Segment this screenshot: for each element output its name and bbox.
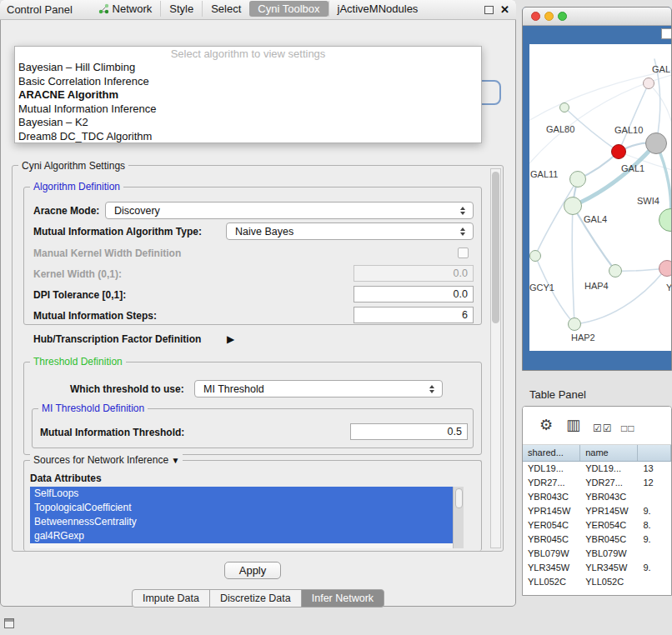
dropdown-item[interactable]: Dream8 DC_TDC Algorithm — [15, 130, 481, 144]
column-header-value[interactable] — [638, 445, 671, 461]
columns-icon[interactable]: ▥ — [566, 417, 580, 433]
attribute-item-selected[interactable]: TopologicalCoefficient — [30, 501, 453, 515]
tab-jactivemnodules[interactable]: jActiveMNodules — [328, 1, 427, 17]
cell-shared: YBR043C — [523, 490, 580, 504]
network-node-hap4[interactable] — [609, 264, 622, 278]
table-row[interactable]: YPR145W YPR145W 9. — [523, 504, 671, 518]
kernel-width-value: 0.0 — [454, 268, 468, 279]
column-header-shared[interactable]: shared... — [523, 445, 580, 461]
tab-network[interactable]: Network — [90, 1, 161, 17]
table-row[interactable]: YDR27... YDR27... 12 — [523, 476, 671, 490]
dropdown-item[interactable]: Bayesian – Hill Climbing — [15, 61, 481, 75]
network-node-gal4[interactable] — [564, 197, 582, 215]
dpi-tolerance-field[interactable]: 0.0 — [354, 286, 474, 302]
cell-shared: YBL079W — [523, 547, 580, 561]
table-panel-title: Table Panel — [529, 388, 586, 401]
tab-infer-network[interactable]: Infer Network — [301, 589, 384, 608]
table-row[interactable]: YDL19... YDL19... 13 — [523, 462, 671, 476]
network-node-gal10[interactable] — [611, 144, 626, 159]
kernel-width-field[interactable]: 0.0 — [354, 265, 474, 282]
apply-button[interactable]: Apply — [224, 562, 281, 579]
dropdown-item-selected[interactable]: ARACNE Algorithm — [15, 88, 481, 102]
control-panel-tab-bar: Network Style Select Cyni Toolbox jActiv… — [0, 0, 516, 18]
kernel-width-label: Kernel Width (0,1): — [33, 268, 122, 280]
dropdown-item[interactable]: Basic Correlation Inference — [15, 75, 481, 89]
combo-arrows-icon — [457, 207, 469, 215]
mi-steps-label: Mutual Information Steps: — [33, 310, 157, 322]
close-traffic-light[interactable] — [531, 12, 540, 21]
cell-value: 8. — [638, 518, 671, 532]
select-all-rows-icon[interactable]: ☑☑ — [593, 420, 613, 437]
mi-threshold-field[interactable]: 0.5 — [350, 423, 468, 440]
column-header-name[interactable]: name — [580, 445, 638, 461]
cell-name: YLL052C — [580, 575, 638, 589]
table-panel-window: ⚙ ▥ ☑☑ □□ shared... name YDL19... YDL19.… — [522, 406, 672, 596]
network-node[interactable] — [643, 78, 654, 89]
mi-threshold-label: Mutual Information Threshold: — [40, 427, 184, 438]
network-icon — [98, 3, 109, 14]
mi-type-label: Mutual Information Algorithm Type: — [33, 226, 202, 238]
collapse-down-icon[interactable]: ▼ — [171, 456, 179, 465]
tab-discretize-data[interactable]: Discretize Data — [209, 589, 302, 608]
manual-kernel-checkbox[interactable] — [458, 248, 469, 258]
cell-shared: YBR045C — [523, 532, 580, 547]
tab-select[interactable]: Select — [202, 1, 249, 17]
table-row[interactable]: YLR345W YLR345W 9. — [523, 561, 671, 575]
attribute-list-scrollbar[interactable] — [453, 487, 464, 548]
tab-select-label: Select — [211, 2, 241, 15]
settings-scrollbar-thumb[interactable] — [492, 172, 499, 323]
table-row[interactable]: YBR045C YBR045C 9. — [523, 532, 671, 547]
which-threshold-combo[interactable]: MI Threshold — [194, 380, 443, 398]
dropdown-item[interactable]: Mutual Information Inference — [15, 102, 481, 117]
gear-icon[interactable]: ⚙ — [539, 417, 553, 433]
table-row[interactable]: YBL079W YBL079W — [523, 547, 671, 561]
cell-name: YER054C — [580, 518, 638, 532]
attribute-item-selected[interactable]: SelfLoops — [30, 487, 453, 501]
network-canvas[interactable]: GAL GAL80 GAL10 GAL11 GAL1 SWI4 GAL4 GCY… — [529, 44, 672, 351]
tab-cyni-toolbox[interactable]: Cyni Toolbox — [249, 1, 328, 17]
tab-impute-data[interactable]: Impute Data — [132, 589, 210, 608]
data-attributes-list: SelfLoops TopologicalCoefficient Between… — [30, 487, 464, 548]
mi-threshold-value: 0.5 — [448, 426, 462, 438]
table-row[interactable]: YLL052C YLL052C — [523, 575, 671, 589]
table-row[interactable]: YBR043C YBR043C — [523, 490, 671, 504]
cell-name: YLR345W — [580, 561, 638, 575]
cell-value: 9. — [638, 504, 671, 518]
restore-panel-icon[interactable] — [4, 618, 14, 628]
cell-name: YBR043C — [580, 490, 638, 504]
network-node[interactable] — [569, 171, 586, 188]
network-node-hap2[interactable] — [568, 318, 581, 331]
node-label: HAP4 — [584, 281, 609, 291]
table-row[interactable]: YER054C YER054C 8. — [523, 518, 671, 532]
attribute-list-scrollbar-thumb[interactable] — [455, 488, 463, 508]
mi-type-value: Naive Bayes — [227, 226, 457, 238]
node-label: GAL11 — [530, 169, 558, 179]
manual-kernel-label: Manual Kernel Width Definition — [33, 248, 181, 259]
zoom-traffic-light[interactable] — [558, 12, 567, 21]
mi-steps-field[interactable]: 6 — [354, 307, 474, 323]
network-node-gal1[interactable] — [645, 132, 667, 154]
minimize-traffic-light[interactable] — [544, 12, 554, 21]
combo-arrows-icon — [426, 385, 438, 393]
collapse-right-icon[interactable]: ▶ — [227, 333, 234, 345]
network-window-titlebar — [523, 8, 671, 26]
network-toolbar-fragment — [661, 28, 672, 39]
attribute-item-selected[interactable]: gal4RGexp — [30, 529, 453, 543]
tab-jactivemnodules-label: jActiveMNodules — [338, 2, 419, 15]
settings-scrollbar[interactable] — [490, 168, 501, 548]
aracne-mode-value: Discovery — [106, 205, 457, 217]
network-node[interactable] — [659, 260, 672, 277]
network-node[interactable] — [529, 250, 541, 262]
hub-section-label: Hub/Transcription Factor Definition — [33, 333, 201, 345]
node-label: HAP2 — [571, 332, 595, 342]
mi-type-combo[interactable]: Naive Bayes — [226, 222, 474, 240]
table-body: YDL19... YDL19... 13 YDR27... YDR27... 1… — [523, 462, 671, 589]
tab-style[interactable]: Style — [160, 1, 202, 17]
deselect-all-rows-icon[interactable]: □□ — [621, 420, 635, 437]
aracne-mode-combo[interactable]: Discovery — [105, 202, 474, 219]
cell-shared: YPR145W — [523, 504, 580, 518]
cell-shared: YLL052C — [523, 575, 580, 589]
dropdown-item[interactable]: Bayesian – K2 — [15, 116, 481, 130]
attribute-item-selected[interactable]: BetweennessCentrality — [30, 515, 453, 529]
network-node[interactable] — [559, 102, 569, 112]
